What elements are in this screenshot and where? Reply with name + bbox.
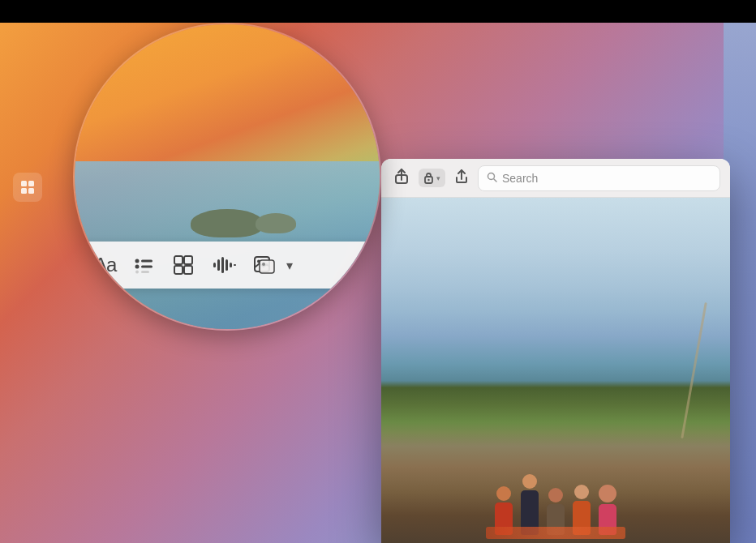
font-size-icon[interactable]: Aa: [94, 254, 116, 276]
svg-rect-9: [141, 271, 149, 273]
svg-rect-15: [217, 259, 220, 271]
magnifier-circle: Aa: [73, 23, 381, 331]
browser-content: [381, 198, 730, 543]
magnifier-content: Aa: [75, 24, 380, 329]
svg-rect-13: [184, 266, 192, 274]
svg-rect-2: [21, 188, 27, 194]
svg-rect-1: [28, 181, 34, 186]
svg-point-26: [427, 179, 429, 181]
menu-bar: [0, 0, 756, 23]
media-icon[interactable]: [254, 256, 275, 274]
svg-point-8: [135, 271, 139, 274]
photo-scene: [381, 198, 730, 543]
share-button[interactable]: [391, 165, 412, 191]
person-2: [521, 474, 539, 535]
svg-rect-12: [174, 266, 183, 274]
table-icon[interactable]: [173, 254, 194, 276]
person-2-head: [522, 474, 537, 489]
circle-rocks: [191, 209, 264, 237]
svg-point-23: [262, 263, 265, 266]
toolbar-dropdown-arrow[interactable]: ▾: [286, 258, 293, 273]
figures-group: [381, 387, 730, 543]
svg-rect-14: [213, 263, 216, 267]
blanket: [486, 527, 625, 539]
audio-waveform-icon[interactable]: [212, 256, 236, 274]
svg-rect-10: [174, 256, 183, 264]
person-5-head: [599, 485, 616, 502]
svg-rect-16: [221, 257, 224, 273]
search-icon: [487, 172, 497, 185]
svg-rect-17: [226, 259, 228, 271]
search-placeholder-text: Search: [502, 172, 538, 185]
browser-toolbar: ▾ Search: [381, 159, 730, 198]
person-4-head: [574, 485, 589, 499]
svg-point-4: [135, 259, 140, 263]
svg-rect-0: [21, 181, 27, 186]
svg-rect-7: [141, 266, 152, 268]
magnifier-toolbar: Aa: [75, 242, 380, 289]
upload-button[interactable]: [452, 166, 471, 190]
svg-rect-3: [28, 188, 34, 194]
person-3-head: [548, 488, 563, 502]
svg-point-27: [488, 173, 495, 179]
edit-compose-button[interactable]: [13, 173, 42, 202]
browser-window: ▾ Search: [381, 159, 730, 543]
lock-button[interactable]: ▾: [419, 169, 445, 187]
svg-rect-5: [141, 260, 152, 263]
svg-point-6: [135, 265, 140, 269]
svg-rect-11: [184, 256, 192, 264]
svg-rect-18: [230, 263, 232, 267]
list-icon[interactable]: [134, 256, 155, 274]
svg-rect-22: [260, 260, 274, 273]
lock-chevron: ▾: [436, 174, 440, 182]
search-bar[interactable]: Search: [478, 165, 720, 191]
svg-rect-19: [234, 264, 236, 266]
person-1-head: [496, 486, 511, 501]
